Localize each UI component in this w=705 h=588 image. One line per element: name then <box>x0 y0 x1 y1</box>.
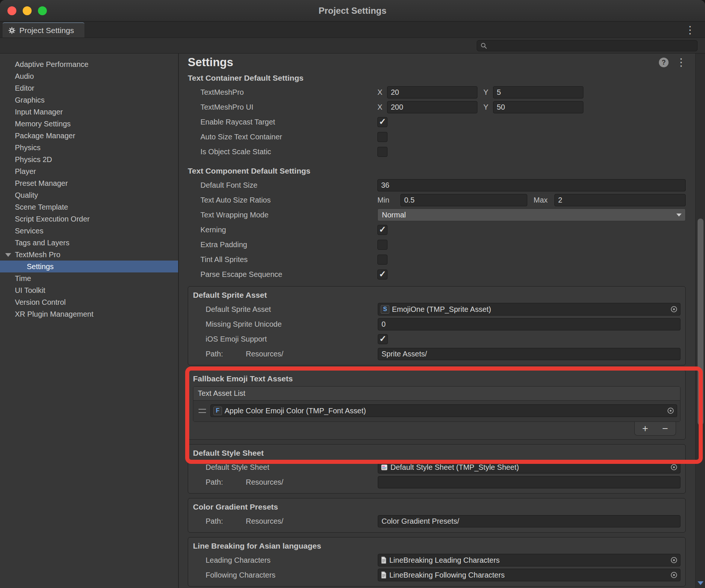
group-color-gradient-presets: Color Gradient Presets Path: Resources/ <box>188 498 686 533</box>
section-header-line-breaking: Line Breaking for Asian languages <box>193 539 680 553</box>
auto-size-max-input[interactable] <box>554 194 686 206</box>
setting-row-textmeshpro-ui: TextMeshPro UI X Y <box>188 100 686 114</box>
textmeshpro-y-input[interactable] <box>493 86 583 98</box>
default-font-size-input[interactable] <box>377 179 686 191</box>
help-icon[interactable]: ? <box>659 58 669 67</box>
parse-escape-sequence-checkbox[interactable] <box>377 269 387 280</box>
sidebar-item-textmesh-pro-settings[interactable]: Settings <box>0 261 178 272</box>
sidebar-item-memory-settings[interactable]: Memory Settings <box>0 118 178 130</box>
sidebar-item-editor[interactable]: Editor <box>0 82 178 94</box>
sidebar-item-graphics[interactable]: Graphics <box>0 94 178 106</box>
minimize-button[interactable] <box>23 6 32 15</box>
sidebar-item-input-manager[interactable]: Input Manager <box>0 106 178 118</box>
style-sheet-path-input[interactable] <box>378 476 680 488</box>
setting-row-enable-raycast-target: Enable Raycast Target <box>188 114 686 129</box>
sidebar-item-preset-manager[interactable]: Preset Manager <box>0 177 178 189</box>
tab-bar: Project Settings ⋮ <box>0 22 705 38</box>
group-default-style-sheet: Default Style Sheet Default Style Sheet <box>188 444 686 494</box>
sprite-asset-path-input[interactable] <box>378 348 680 360</box>
style-sheet-icon <box>381 464 388 471</box>
setting-row-missing-sprite-unicode: Missing Sprite Unicode <box>193 317 680 332</box>
section-header-color-gradient-presets: Color Gradient Presets <box>193 500 680 514</box>
text-asset-icon <box>381 571 387 579</box>
object-picker-icon[interactable] <box>670 463 678 471</box>
setting-row-textmeshpro: TextMeshPro X Y <box>188 85 686 100</box>
textmeshpro-x-input[interactable] <box>387 86 477 98</box>
sidebar-item-ui-toolkit[interactable]: UI Toolkit <box>0 284 178 296</box>
scroll-down-arrow-icon[interactable] <box>698 581 704 585</box>
text-asset-list-footer: + − <box>193 422 680 436</box>
ios-emoji-support-checkbox[interactable] <box>378 334 388 344</box>
sidebar-item-physics[interactable]: Physics <box>0 142 178 154</box>
remove-item-button[interactable]: − <box>662 424 668 434</box>
sidebar-item-adaptive-performance[interactable]: Adaptive Performance <box>0 58 178 70</box>
kebab-menu-icon[interactable]: ⋮ <box>676 57 686 68</box>
auto-size-text-container-checkbox[interactable] <box>377 132 387 142</box>
search-text-field[interactable] <box>490 42 694 49</box>
sidebar-item-scene-template[interactable]: Scene Template <box>0 201 178 213</box>
auto-size-min-input[interactable] <box>400 194 527 206</box>
sidebar-item-time[interactable]: Time <box>0 272 178 284</box>
settings-panel: Settings ? ⋮ Text Container Default Sett… <box>179 54 695 588</box>
default-style-sheet-object-field[interactable]: Default Style Sheet (TMP_Style Sheet) <box>378 461 680 474</box>
sidebar-item-quality[interactable]: Quality <box>0 189 178 201</box>
settings-panel-header: Settings ? ⋮ <box>179 54 695 71</box>
close-button[interactable] <box>7 6 16 15</box>
scrollbar-thumb[interactable] <box>698 219 704 425</box>
setting-row-gradient-path: Path: Resources/ <box>193 514 680 529</box>
group-default-sprite-asset: Default Sprite Asset Default Sprite Asse… <box>188 286 686 365</box>
gradient-presets-path-input[interactable] <box>378 515 680 527</box>
sidebar-item-textmesh-pro[interactable]: TextMesh Pro <box>0 249 178 261</box>
text-asset-list-header: Text Asset List <box>193 387 680 401</box>
search-input[interactable] <box>477 40 698 51</box>
kebab-menu-icon[interactable]: ⋮ <box>682 24 698 36</box>
fallback-font-asset-object-field[interactable]: F Apple Color Emoji Color (TMP_Font Asse… <box>210 404 677 417</box>
tint-all-sprites-checkbox[interactable] <box>377 255 387 265</box>
object-picker-icon[interactable] <box>670 571 678 579</box>
object-picker-icon[interactable] <box>670 306 678 313</box>
extra-padding-checkbox[interactable] <box>377 240 387 250</box>
add-item-button[interactable]: + <box>642 424 648 434</box>
is-object-scale-static-checkbox[interactable] <box>377 147 387 157</box>
section-header-fallback-emoji: Fallback Emoji Text Assets <box>193 372 680 385</box>
enable-raycast-target-checkbox[interactable] <box>377 117 387 127</box>
following-characters-object-field[interactable]: LineBreaking Following Characters <box>378 569 680 581</box>
object-picker-icon[interactable] <box>670 556 678 564</box>
drag-handle-icon[interactable] <box>199 409 206 413</box>
sprite-asset-icon: S <box>381 305 389 314</box>
setting-row-extra-padding: Extra Padding <box>188 237 686 252</box>
setting-row-style-sheet-path: Path: Resources/ <box>193 475 680 490</box>
sidebar-item-audio[interactable]: Audio <box>0 70 178 82</box>
sidebar-item-player[interactable]: Player <box>0 165 178 177</box>
textmeshpro-ui-x-input[interactable] <box>387 101 477 113</box>
tab-project-settings[interactable]: Project Settings <box>3 22 84 38</box>
zoom-button[interactable] <box>38 6 47 15</box>
tab-label: Project Settings <box>19 26 74 35</box>
sidebar-item-physics-2d[interactable]: Physics 2D <box>0 154 178 165</box>
search-icon <box>480 42 487 49</box>
setting-row-default-sprite-asset: Default Sprite Asset S EmojiOne (TMP_Spr… <box>193 302 680 317</box>
sidebar-item-services[interactable]: Services <box>0 225 178 237</box>
kerning-checkbox[interactable] <box>377 225 387 235</box>
chevron-down-icon[interactable] <box>5 253 11 257</box>
chevron-down-icon <box>676 213 682 216</box>
textmeshpro-ui-y-input[interactable] <box>493 101 583 113</box>
sidebar-item-tags-and-layers[interactable]: Tags and Layers <box>0 237 178 249</box>
window-title: Project Settings <box>0 6 705 16</box>
group-fallback-emoji-text-assets: Fallback Emoji Text Assets Text Asset Li… <box>188 370 686 440</box>
vertical-scrollbar[interactable] <box>695 54 705 588</box>
sidebar-item-version-control[interactable]: Version Control <box>0 296 178 308</box>
default-sprite-asset-object-field[interactable]: S EmojiOne (TMP_Sprite Asset) <box>378 303 680 316</box>
sidebar-item-xr-plugin-management[interactable]: XR Plugin Management <box>0 308 178 320</box>
object-picker-icon[interactable] <box>667 407 675 415</box>
text-wrapping-mode-dropdown[interactable]: Normal <box>377 209 686 221</box>
leading-characters-object-field[interactable]: LineBreaking Leading Characters <box>378 554 680 566</box>
page-title: Settings <box>188 56 659 69</box>
font-asset-icon: F <box>213 407 222 415</box>
sidebar-item-script-execution-order[interactable]: Script Execution Order <box>0 213 178 225</box>
group-line-breaking: Line Breaking for Asian languages Leadin… <box>188 537 686 587</box>
missing-sprite-unicode-input[interactable] <box>378 318 680 330</box>
sidebar-item-package-manager[interactable]: Package Manager <box>0 130 178 142</box>
setting-row-leading-characters: Leading Characters <box>193 553 680 568</box>
section-header-default-style-sheet: Default Style Sheet <box>193 446 680 460</box>
